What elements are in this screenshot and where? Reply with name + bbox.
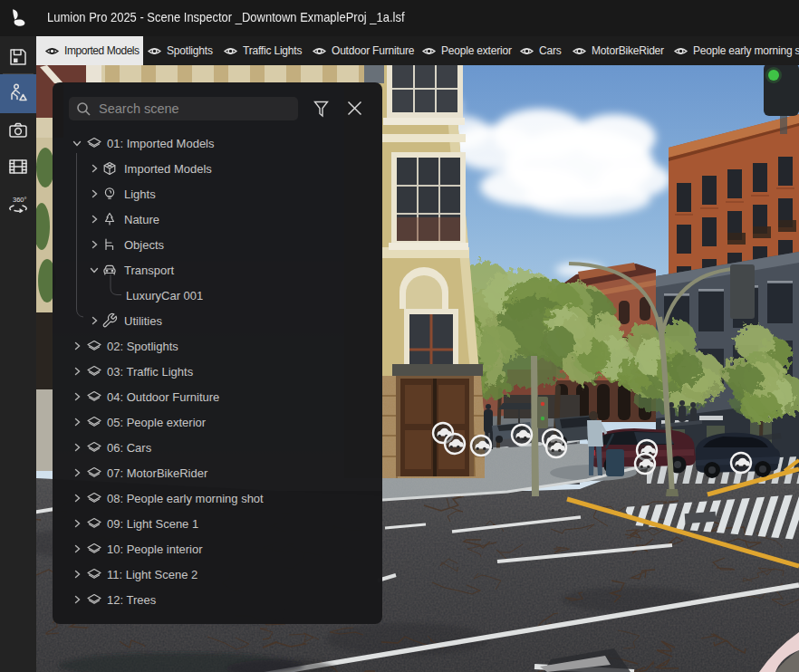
svg-text:360°: 360° — [13, 196, 27, 204]
